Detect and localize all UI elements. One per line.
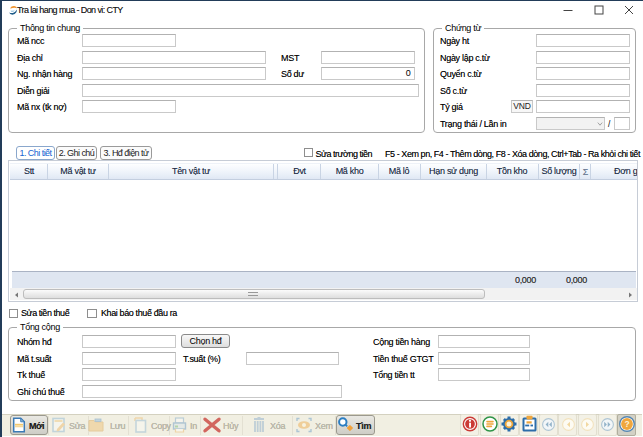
- svg-text:?: ?: [625, 419, 630, 429]
